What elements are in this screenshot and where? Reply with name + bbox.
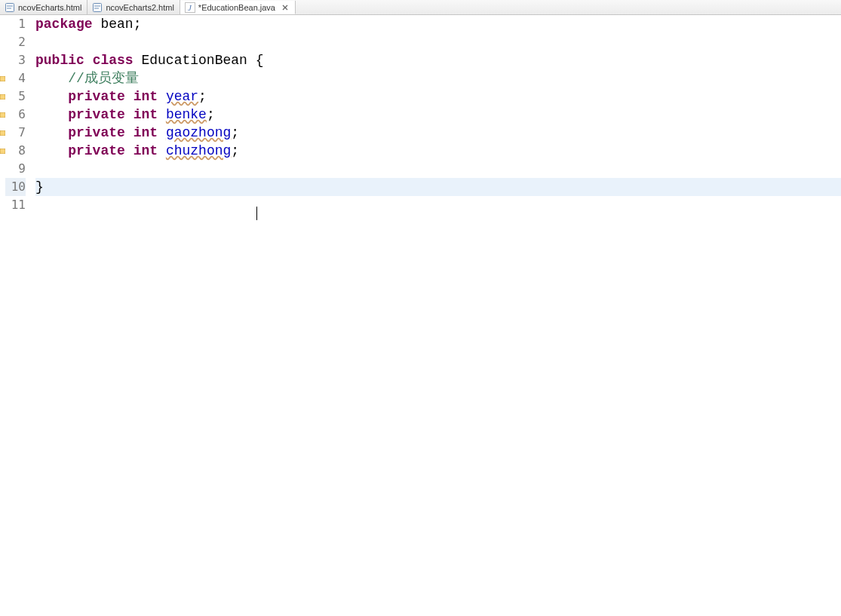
code-line[interactable] — [35, 160, 841, 178]
text-cursor — [256, 207, 257, 220]
marker-bar — [0, 15, 5, 616]
token-fld: gaozhong — [166, 125, 231, 140]
close-icon[interactable] — [281, 3, 290, 12]
token-kw: public — [35, 53, 84, 68]
editor-tab[interactable]: ncovEcharts2.html — [87, 0, 180, 14]
token-punct — [158, 107, 166, 122]
code-line[interactable]: private int gaozhong; — [35, 124, 841, 142]
editor-tab[interactable]: J*EducationBean.java — [180, 1, 296, 14]
token-punct — [125, 107, 134, 122]
code-line[interactable]: private int benke; — [35, 106, 841, 124]
token-punct: ; — [207, 107, 215, 122]
token-kw: private — [68, 125, 125, 140]
tab-label: ncovEcharts.html — [18, 3, 81, 12]
token-kw: int — [134, 107, 158, 122]
line-number: 4 — [5, 69, 26, 87]
line-number: 7 — [5, 124, 26, 142]
token-cls: EducationBean — [141, 53, 247, 68]
token-fld: benke — [166, 107, 207, 122]
token-punct — [35, 143, 68, 158]
tab-label: *EducationBean.java — [198, 3, 275, 12]
line-number: 11 — [5, 196, 26, 214]
svg-rect-14 — [0, 149, 5, 154]
token-kw: package — [35, 17, 93, 32]
line-number: 8 — [5, 142, 26, 160]
line-number: 3 — [5, 51, 26, 69]
token-punct — [125, 89, 134, 104]
line-number: 9 — [5, 160, 26, 178]
warning-marker-icon[interactable] — [0, 76, 5, 81]
token-punct — [35, 71, 68, 86]
token-punct — [84, 53, 93, 68]
token-punct — [158, 89, 166, 104]
token-punct — [125, 125, 134, 140]
token-punct — [35, 89, 68, 104]
warning-marker-icon[interactable] — [0, 112, 5, 118]
code-line[interactable]: private int chuzhong; — [35, 142, 841, 160]
token-kw: private — [68, 107, 125, 122]
code-line[interactable]: public class EducationBean { — [35, 51, 841, 69]
code-line[interactable]: } — [35, 178, 841, 196]
html-file-icon — [5, 2, 15, 13]
svg-rect-10 — [0, 76, 5, 81]
svg-rect-11 — [0, 94, 5, 100]
token-punct — [158, 143, 166, 158]
warning-marker-icon[interactable] — [0, 94, 5, 100]
token-punct: } — [35, 179, 44, 195]
token-cmt: //成员变量 — [68, 71, 139, 86]
svg-rect-3 — [94, 3, 102, 11]
warning-marker-icon[interactable] — [0, 130, 5, 136]
tab-label: ncovEcharts2.html — [106, 3, 173, 12]
token-punct: ; — [231, 143, 239, 158]
token-punct — [134, 53, 142, 68]
svg-rect-12 — [0, 112, 5, 118]
line-number: 1 — [5, 15, 26, 33]
token-fld: year — [166, 89, 198, 104]
line-number: 2 — [5, 33, 26, 51]
token-kw: private — [68, 143, 125, 158]
code-editor[interactable]: 1234567891011 package bean;public class … — [0, 15, 841, 616]
token-punct — [35, 125, 68, 140]
token-pkg: bean — [100, 17, 133, 32]
line-number: 5 — [5, 87, 26, 106]
code-line[interactable] — [35, 33, 841, 51]
token-punct — [158, 125, 166, 140]
token-punct: ; — [231, 125, 239, 140]
token-kw: int — [134, 143, 158, 158]
code-area[interactable]: package bean;public class EducationBean … — [30, 15, 841, 616]
token-kw: int — [134, 125, 158, 140]
code-line[interactable]: //成员变量 — [35, 69, 841, 87]
svg-rect-0 — [6, 3, 14, 11]
code-line[interactable] — [35, 196, 841, 214]
html-file-icon — [92, 2, 103, 13]
code-line[interactable]: private int year; — [35, 87, 841, 106]
line-number-gutter: 1234567891011 — [5, 15, 30, 616]
token-punct — [35, 107, 68, 122]
warning-marker-icon[interactable] — [0, 149, 5, 154]
line-number: 6 — [5, 106, 26, 124]
token-punct: { — [247, 53, 264, 68]
editor-tab[interactable]: ncovEcharts.html — [0, 0, 87, 14]
token-punct — [93, 17, 101, 32]
token-kw: class — [93, 53, 134, 68]
code-line[interactable]: package bean; — [35, 15, 841, 33]
java-file-icon: J — [185, 2, 195, 13]
token-punct: ; — [134, 17, 142, 32]
token-kw: private — [68, 89, 125, 104]
token-kw: int — [134, 89, 158, 104]
token-punct: ; — [198, 89, 207, 104]
token-fld: chuzhong — [166, 143, 231, 158]
line-number: 10 — [5, 178, 26, 196]
tab-bar: ncovEcharts.htmlncovEcharts2.htmlJ*Educa… — [0, 0, 841, 15]
svg-rect-13 — [0, 130, 5, 136]
token-punct — [125, 143, 134, 158]
